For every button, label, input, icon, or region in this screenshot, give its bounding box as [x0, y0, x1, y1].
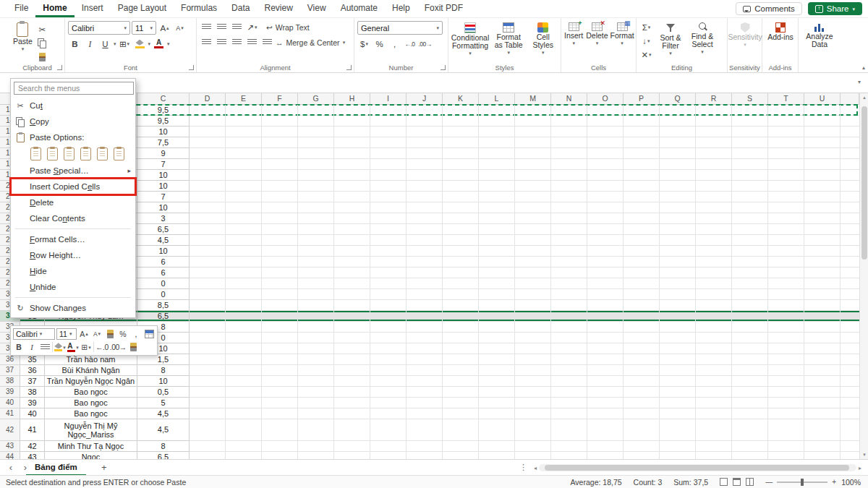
mini-italic-button[interactable]: I — [26, 341, 38, 353]
cell-C44[interactable]: 6,5 — [137, 452, 190, 459]
cell-B38[interactable]: Trần Nguyễn Ngọc Ngân — [45, 376, 137, 387]
zoom-slider[interactable] — [777, 481, 827, 483]
font-color-button[interactable]: A — [152, 38, 166, 50]
cell-C43[interactable]: 8 — [137, 441, 190, 452]
mini-align-center-button[interactable] — [39, 341, 51, 353]
paste-option-2-icon[interactable] — [47, 147, 58, 160]
cell-C38[interactable]: 10 — [137, 376, 190, 387]
cell-C17[interactable]: 9 — [137, 148, 190, 159]
autosum-button[interactable]: Σ▾ — [639, 21, 653, 33]
decrease-decimal-button[interactable]: .00→ — [418, 38, 432, 50]
column-header-K[interactable]: K — [443, 93, 479, 105]
ribbon-tab-file[interactable]: File — [7, 0, 35, 17]
menu-item-format-cells[interactable]: Format Cells… — [11, 231, 135, 247]
mini-format-painter-button[interactable] — [104, 328, 116, 340]
column-header-I[interactable]: I — [370, 93, 407, 105]
cell-C42[interactable]: 4,5 — [137, 419, 190, 441]
column-header-J[interactable]: J — [407, 93, 443, 105]
conditional-formatting-button[interactable]: Conditional Formatting ▾ — [451, 21, 489, 56]
cell-C25[interactable]: 4,5 — [137, 235, 190, 246]
clipboard-dialog-launcher[interactable] — [57, 65, 62, 70]
cell-A38[interactable]: 37 — [20, 376, 45, 387]
cell-A44[interactable]: 43 — [20, 452, 45, 459]
format-painter-button[interactable] — [35, 51, 49, 63]
ribbon-tab-foxit-pdf[interactable]: Foxit PDF — [417, 0, 470, 17]
cell-C36[interactable]: 1,5 — [137, 354, 190, 365]
cell-B39[interactable]: Bao ngoc — [45, 387, 137, 398]
cell-C26[interactable]: 10 — [137, 246, 190, 257]
row-header-43[interactable]: 43 — [0, 441, 20, 452]
mini-fill-color-button[interactable]: ▾ — [54, 341, 66, 353]
ribbon-tab-view[interactable]: View — [300, 0, 333, 17]
mini-decrease-decimal-button[interactable]: .00→ — [110, 341, 127, 353]
cell-C24[interactable]: 6,5 — [137, 224, 190, 235]
ribbon-tab-home[interactable]: Home — [35, 0, 74, 17]
cell-A36[interactable]: 35 — [20, 354, 45, 365]
menu-item-show-changes[interactable]: ↻Show Changes — [11, 300, 135, 316]
comma-style-button[interactable]: , — [388, 38, 401, 50]
cell-C40[interactable]: 5 — [137, 398, 190, 408]
scroll-down-icon[interactable]: ▾ — [860, 452, 868, 458]
cell-C27[interactable]: 6 — [137, 257, 190, 267]
column-header-L[interactable]: L — [479, 93, 515, 105]
scroll-left-icon[interactable]: ◂ — [532, 465, 539, 471]
cell-C32[interactable]: 6,5 — [137, 311, 190, 322]
cell-C15[interactable]: 10 — [137, 127, 190, 137]
ribbon-tab-page-layout[interactable]: Page Layout — [111, 0, 174, 17]
mini-grow-font-button[interactable]: A▴ — [78, 328, 90, 340]
align-right-button[interactable] — [230, 36, 244, 48]
column-header-G[interactable]: G — [298, 93, 334, 105]
scroll-up-icon[interactable]: ▴ — [860, 95, 868, 100]
menu-item-copy[interactable]: Copy — [11, 114, 135, 129]
cell-C37[interactable]: 8 — [137, 365, 190, 376]
zoom-level[interactable]: 100% — [841, 478, 861, 487]
row-header-44[interactable]: 44 — [0, 452, 20, 459]
underline-chevron-icon[interactable]: ▾ — [114, 41, 116, 46]
cell-B36[interactable]: Trần hào nam — [45, 354, 137, 365]
ribbon-tab-data[interactable]: Data — [224, 0, 257, 17]
menu-item-unhide[interactable]: Unhide — [11, 279, 135, 295]
column-header-Q[interactable]: Q — [660, 93, 696, 105]
menu-item-delete[interactable]: Delete — [11, 194, 135, 210]
ribbon-tab-review[interactable]: Review — [257, 0, 299, 17]
ribbon-tab-insert[interactable]: Insert — [75, 0, 111, 17]
horizontal-scroll-thumb[interactable] — [545, 465, 849, 471]
addins-button[interactable]: Add-ins — [765, 21, 796, 41]
row-header-36[interactable]: 36 — [0, 354, 20, 365]
menu-item-clear-contents[interactable]: Clear Contents — [11, 210, 135, 226]
page-break-view-button[interactable] — [746, 478, 754, 486]
sheet-nav-right[interactable]: › — [19, 462, 32, 473]
paste-button[interactable]: Paste ▾ — [13, 21, 33, 63]
ribbon-tab-formulas[interactable]: Formulas — [174, 0, 224, 17]
underline-button[interactable]: U — [98, 38, 112, 50]
column-header-D[interactable]: D — [190, 93, 226, 105]
sensitivity-button[interactable]: Sensitivity ▾ — [731, 21, 760, 47]
column-header-S[interactable]: S — [732, 93, 768, 105]
align-middle-button[interactable] — [215, 21, 229, 33]
row-header-41[interactable]: 41 — [0, 408, 20, 419]
mini-shrink-font-button[interactable]: A▾ — [91, 328, 103, 340]
fill-color-button[interactable] — [133, 38, 147, 50]
grow-font-button[interactable]: A▴ — [158, 22, 171, 34]
align-top-button[interactable] — [200, 21, 213, 33]
paste-option-4-icon[interactable] — [80, 147, 91, 160]
cell-styles-button[interactable]: Cell Styles ▾ — [528, 21, 558, 56]
paste-option-6-icon[interactable] — [114, 147, 124, 160]
cell-B43[interactable]: Minh Thư Tạ Ngọc — [45, 441, 137, 452]
paste-option-5-icon[interactable] — [97, 147, 108, 160]
mini-brush-button[interactable] — [128, 341, 140, 353]
wrap-text-button[interactable]: ↩Wrap Text — [266, 21, 310, 33]
format-as-table-button[interactable]: Format as Table ▾ — [492, 21, 525, 56]
merge-center-button[interactable]: ↔Merge & Center▾ — [276, 36, 345, 48]
cell-C20[interactable]: 10 — [137, 181, 190, 192]
font-color-chevron-icon[interactable]: ▾ — [167, 41, 170, 46]
paste-option-1-icon[interactable] — [30, 147, 41, 160]
page-layout-view-button[interactable] — [733, 478, 741, 486]
borders-button[interactable]: ⊞▾ — [118, 38, 132, 50]
align-center-button[interactable] — [215, 36, 229, 48]
alignment-dialog-launcher[interactable] — [346, 65, 352, 70]
font-name-combo[interactable]: Calibri▾ — [68, 21, 130, 35]
column-header-T[interactable]: T — [768, 93, 804, 105]
horizontal-scrollbar[interactable]: ◂ ▸ — [532, 463, 864, 473]
cell-A43[interactable]: 42 — [20, 441, 45, 452]
